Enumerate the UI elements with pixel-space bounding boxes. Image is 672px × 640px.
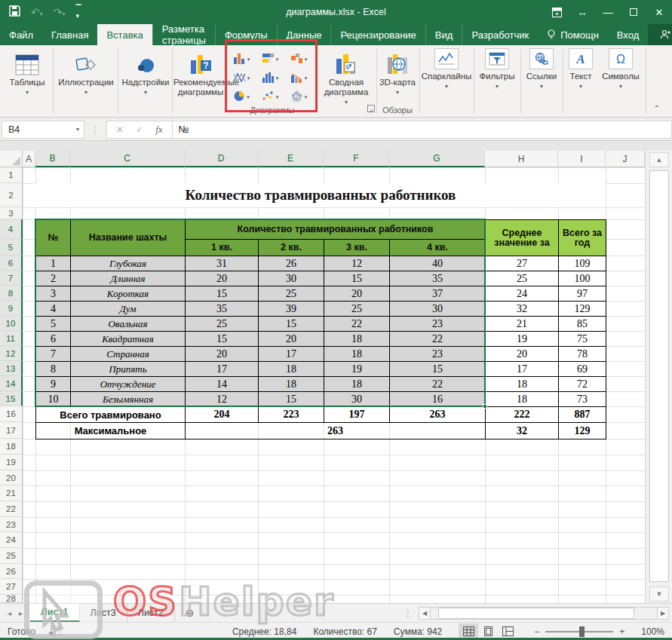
table-cell[interactable]: 30 xyxy=(324,392,390,407)
table-cell[interactable]: 35 xyxy=(390,271,486,286)
tab-file[interactable]: Файл xyxy=(0,24,42,45)
table-cell[interactable]: 7 xyxy=(36,347,71,362)
row-header-12[interactable]: 12 xyxy=(0,346,23,361)
table-cell[interactable]: 16 xyxy=(390,392,486,407)
table-cell[interactable]: 27 xyxy=(486,256,559,271)
prev-sheet-icon[interactable]: ◂ xyxy=(8,609,11,617)
row-header-23[interactable]: 23 xyxy=(0,517,23,532)
table-cell[interactable]: 40 xyxy=(390,256,486,271)
table-cell[interactable]: 39 xyxy=(259,302,324,317)
float-icon[interactable]: ↔ xyxy=(569,0,595,24)
row-header-16[interactable]: 16 xyxy=(0,406,23,422)
table-cell[interactable]: 23 xyxy=(390,347,486,362)
row-header-10[interactable]: 10 xyxy=(0,316,23,331)
footer-max-label[interactable]: Максимальное xyxy=(36,423,186,439)
table-cell[interactable]: 20 xyxy=(186,347,259,362)
spreadsheet-grid[interactable]: Количество травмированных работников № Н… xyxy=(0,151,645,603)
table-cell[interactable]: 15 xyxy=(390,362,486,377)
header-quarters-group[interactable]: Количество травмированных работников xyxy=(186,220,486,240)
cancel-entry-icon[interactable]: ✕ xyxy=(116,124,124,135)
column-header-C[interactable]: C xyxy=(70,151,185,167)
table-cell[interactable]: 8 xyxy=(36,362,71,377)
scroll-right-icon[interactable]: ▶ xyxy=(657,607,669,620)
recommended-charts-button[interactable]: ? Рекомендуемые диаграммы xyxy=(173,48,228,97)
zoom-in-icon[interactable]: + xyxy=(619,626,624,637)
tab-home[interactable]: Главная xyxy=(42,24,97,45)
footer-total-year[interactable]: 887 xyxy=(559,407,606,423)
table-cell[interactable]: 3 xyxy=(36,286,71,302)
table-cell[interactable]: 72 xyxy=(559,377,606,392)
footer-total-q3[interactable]: 197 xyxy=(324,407,390,423)
table-cell[interactable]: 30 xyxy=(259,271,324,286)
header-q1[interactable]: 1 кв. xyxy=(186,240,259,256)
row-header-26[interactable]: 26 xyxy=(0,564,23,579)
tell-me-button[interactable]: Помощн xyxy=(538,24,608,45)
row-header-28[interactable]: 28 xyxy=(0,595,23,603)
scroll-down-icon[interactable]: ▼ xyxy=(649,586,669,602)
confirm-entry-icon[interactable]: ✓ xyxy=(136,124,143,135)
new-sheet-button[interactable]: ⊕ xyxy=(175,604,205,622)
table-cell[interactable]: 97 xyxy=(559,286,606,302)
table-cell[interactable]: 22 xyxy=(324,317,390,332)
table-cell[interactable]: 15 xyxy=(259,317,324,332)
table-cell[interactable]: Припять xyxy=(71,362,186,377)
scroll-up-icon[interactable]: ▲ xyxy=(649,152,669,167)
table-cell[interactable]: 12 xyxy=(186,392,259,407)
insert-function-icon[interactable]: fx xyxy=(155,124,162,136)
map-3d-button[interactable]: 3D-карта ▾ xyxy=(378,48,417,96)
data-table[interactable]: № Название шахты Количество травмированн… xyxy=(35,219,606,439)
row-header-6[interactable]: 6 xyxy=(0,256,23,271)
horizontal-scroll-thumb[interactable] xyxy=(438,608,634,619)
row-header-5[interactable]: 5 xyxy=(0,239,23,256)
header-q2[interactable]: 2 кв. xyxy=(259,240,324,256)
close-button[interactable]: ✕ xyxy=(646,0,672,24)
vertical-scrollbar[interactable]: ▲ ▼ xyxy=(645,151,672,603)
tab-insert[interactable]: Вставка xyxy=(97,24,152,45)
footer-total-q2[interactable]: 223 xyxy=(259,407,324,423)
table-cell[interactable]: 14 xyxy=(186,377,259,392)
table-cell[interactable]: 37 xyxy=(390,286,486,302)
table-cell[interactable]: 18 xyxy=(324,377,390,392)
table-cell[interactable]: 25 xyxy=(186,317,259,332)
table-cell[interactable]: 18 xyxy=(486,377,559,392)
header-mine[interactable]: Название шахты xyxy=(71,220,186,256)
table-cell[interactable]: 6 xyxy=(36,332,71,347)
name-box[interactable]: B4 ▾ xyxy=(2,121,84,139)
table-cell[interactable]: 19 xyxy=(324,362,390,377)
table-cell[interactable]: 25 xyxy=(259,286,324,302)
table-cell[interactable]: 30 xyxy=(390,302,486,317)
table-cell[interactable]: 22 xyxy=(390,377,486,392)
header-total[interactable]: Всего за год xyxy=(559,220,606,256)
macro-record-icon[interactable] xyxy=(49,626,61,638)
table-cell[interactable]: Странная xyxy=(71,347,186,362)
row-header-21[interactable]: 21 xyxy=(0,485,23,501)
fill-handle[interactable] xyxy=(483,404,487,409)
table-cell[interactable]: 5 xyxy=(36,317,71,332)
table-cell[interactable]: 2 xyxy=(36,271,71,286)
table-cell[interactable]: Отчуждение xyxy=(71,377,186,392)
table-cell[interactable]: 18 xyxy=(486,392,559,407)
table-cell[interactable]: 1 xyxy=(36,256,71,271)
table-cell[interactable]: Дум xyxy=(71,302,186,317)
table-cell[interactable]: 12 xyxy=(324,256,390,271)
table-cell[interactable]: 4 xyxy=(36,302,71,317)
table-cell[interactable]: 15 xyxy=(186,332,259,347)
footer-max-value[interactable]: 263 xyxy=(186,423,486,439)
table-cell[interactable]: Овальная xyxy=(71,317,186,332)
table-cell[interactable]: 85 xyxy=(559,317,606,332)
table-cell[interactable]: 32 xyxy=(486,302,559,317)
table-cell[interactable]: 18 xyxy=(324,332,390,347)
table-cell[interactable]: 73 xyxy=(559,392,606,407)
footer-total-avg[interactable]: 222 xyxy=(486,407,559,423)
table-cell[interactable]: 25 xyxy=(486,271,559,286)
illustrations-button[interactable]: Иллюстрации ▾ xyxy=(56,48,116,96)
filters-button[interactable]: Фильтры ▾ xyxy=(475,48,519,90)
sheet-tab-1[interactable]: Лист1 xyxy=(30,604,79,622)
select-all-corner[interactable] xyxy=(0,151,23,167)
tab-developer[interactable]: Разработчик xyxy=(462,24,538,45)
header-average[interactable]: Среднее значение за xyxy=(486,220,559,256)
row-header-4[interactable]: 4 xyxy=(0,219,23,239)
footer-max-avg[interactable]: 32 xyxy=(486,423,559,439)
row-header-24[interactable]: 24 xyxy=(0,532,23,548)
column-header-J[interactable]: J xyxy=(606,151,645,167)
